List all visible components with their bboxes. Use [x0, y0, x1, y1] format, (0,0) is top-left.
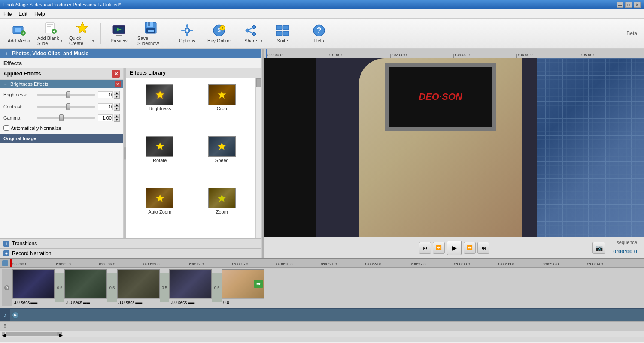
contrast-spin-up[interactable]: ▲: [114, 103, 120, 107]
preview-ruler: 0:00:00.0 0:01:00.0 0:02:00.0 0:03:00.0 …: [264, 49, 644, 58]
narration-label: Record Narration: [12, 250, 51, 256]
suite-label: Suite: [277, 38, 288, 43]
photos-section[interactable]: + Photos, Video Clips, and Music: [0, 49, 261, 58]
slide-3-menu-icon[interactable]: ▬▬: [135, 301, 142, 304]
sequence-label: sequence: [617, 240, 637, 245]
slide-1-thumbnail: [12, 269, 55, 298]
slide-1-img: [13, 270, 54, 298]
save-slideshow-icon: [144, 21, 158, 35]
brightness-value[interactable]: [98, 91, 113, 98]
brightness-slider-thumb[interactable]: [66, 91, 70, 98]
slide-4[interactable]: 3.0 secs ▬▬: [169, 269, 212, 306]
scroll-thumb[interactable]: [6, 332, 58, 336]
svg-rect-21: [186, 24, 188, 28]
ruler-mark-2: 0:02:00.0: [390, 53, 407, 57]
preview-dark-left: [264, 58, 316, 237]
effect-brightness[interactable]: ★ Brightness: [130, 81, 190, 132]
ruler-2: 0:00:06.0: [99, 262, 115, 266]
timeline-playhead[interactable]: [10, 259, 12, 267]
ruler-12: 0:00:36.0: [543, 262, 559, 266]
gamma-value[interactable]: [98, 114, 113, 121]
effect-brightness-name: Brightness: [149, 106, 171, 111]
slide-2[interactable]: 3.0 secs ▬▬: [64, 269, 107, 306]
preview-main-area: DEO·SON: [316, 58, 644, 237]
prev-chapter-button[interactable]: ⏮: [419, 242, 431, 254]
options-button[interactable]: Options: [172, 20, 203, 47]
menu-help[interactable]: Help: [34, 11, 45, 17]
timeline-scrollbar[interactable]: ◀ ▶: [0, 331, 644, 337]
titlebar: PhotoStage Slideshow Producer Profession…: [0, 0, 644, 9]
effect-rotate[interactable]: ★ Rotate: [130, 133, 190, 184]
minimize-button[interactable]: —: [617, 2, 623, 8]
gamma-spin-up[interactable]: ▲: [114, 114, 120, 118]
slide-3-img: [118, 270, 159, 298]
slide-2-menu-icon[interactable]: ▬▬: [83, 301, 90, 304]
close-button[interactable]: ✕: [634, 2, 641, 8]
contrast-spin-buttons[interactable]: ▲ ▼: [114, 103, 120, 111]
scrollbar-thumb[interactable]: [256, 78, 261, 87]
brightness-control: Brightness: ▲ ▼: [0, 88, 123, 101]
slide-track-settings-icon[interactable]: ⚙: [4, 285, 9, 290]
maximize-button[interactable]: □: [625, 2, 632, 8]
svg-line-33: [249, 31, 253, 33]
gamma-slider-container: [34, 117, 98, 119]
slide-4-menu-icon[interactable]: ▬▬: [188, 301, 194, 304]
ruler-mark-0: 0:00:00.0: [266, 53, 283, 57]
slide-1-menu-icon[interactable]: ▬▬: [30, 301, 37, 304]
applied-effects-close-icon[interactable]: ✕: [112, 70, 120, 78]
slide-3[interactable]: 3.0 secs ▬▬: [117, 269, 160, 306]
buy-online-button[interactable]: $ ! Buy Online: [204, 20, 234, 47]
playhead[interactable]: [266, 49, 267, 58]
slide-track[interactable]: ⚙ 3.0 secs ▬▬ 0.5 3.0 secs ▬▬: [0, 268, 644, 308]
screenshot-button[interactable]: 📷: [592, 242, 605, 254]
add-track-button[interactable]: +: [2, 260, 8, 266]
brightness-spin-up[interactable]: ▲: [114, 91, 120, 95]
fast-forward-button[interactable]: ⏩: [464, 242, 476, 254]
add-media-button[interactable]: + Add Media: [3, 20, 34, 47]
record-narration-section[interactable]: + Record Narration: [0, 248, 261, 258]
preview-button[interactable]: Preview: [103, 20, 134, 47]
contrast-value[interactable]: [98, 103, 113, 110]
slide-1[interactable]: 3.0 secs ▬▬: [12, 269, 55, 306]
photos-label: Photos, Video Clips, and Music: [12, 51, 88, 57]
effect-auto-zoom[interactable]: ★ Auto Zoom: [130, 185, 190, 235]
titlebar-buttons[interactable]: — □ ✕: [617, 2, 641, 8]
audio-track-icon: ♪: [0, 309, 10, 321]
help-button[interactable]: ? Help: [304, 20, 334, 47]
effects-library-title: Effects Library: [130, 70, 166, 76]
brightness-slider-track: [37, 94, 95, 96]
effects-library-scrollbar[interactable]: [255, 78, 261, 238]
audio-playhead-button[interactable]: ▶: [12, 312, 19, 319]
effect-zoom[interactable]: ★ Zoom: [192, 185, 252, 235]
menu-edit[interactable]: Edit: [18, 11, 27, 17]
preview-plaid-overlay: [537, 58, 644, 237]
quick-create-button[interactable]: Quick Create: [67, 20, 98, 47]
brightness-collapse-icon[interactable]: −: [3, 81, 9, 87]
gamma-slider-thumb[interactable]: [59, 114, 64, 121]
save-slideshow-button[interactable]: Save Slideshow: [135, 20, 166, 47]
brightness-effects-close-icon[interactable]: ✕: [115, 81, 121, 87]
slide-5[interactable]: ➡ 0.0: [222, 269, 264, 306]
suite-button[interactable]: Suite: [267, 20, 298, 47]
transitions-section[interactable]: + Transitions: [0, 238, 261, 248]
share-button[interactable]: Share: [235, 20, 266, 47]
add-blank-slide-button[interactable]: + Add Blank Slide: [35, 20, 66, 47]
effect-crop[interactable]: ★ Crop: [192, 81, 252, 132]
contrast-slider-thumb[interactable]: [66, 103, 70, 110]
brightness-spin-buttons[interactable]: ▲ ▼: [114, 91, 120, 99]
gamma-spin-buttons[interactable]: ▲ ▼: [114, 114, 120, 122]
contrast-spin-down[interactable]: ▼: [114, 107, 120, 111]
scroll-left-button[interactable]: ◀: [2, 332, 5, 336]
play-button[interactable]: ▶: [447, 241, 462, 255]
options-label: Options: [179, 38, 195, 43]
menu-file[interactable]: File: [3, 11, 12, 17]
effect-speed[interactable]: ★ Speed: [192, 133, 252, 184]
gamma-spin-down[interactable]: ▼: [114, 118, 120, 122]
next-chapter-button[interactable]: ⏭: [477, 242, 489, 254]
auto-normalize-checkbox[interactable]: [3, 125, 9, 131]
svg-rect-34: [276, 25, 282, 30]
effect-brightness-thumbnail: ★: [146, 84, 173, 105]
rewind-button[interactable]: ⏪: [433, 242, 445, 254]
scroll-right-button[interactable]: ▶: [58, 332, 62, 336]
brightness-spin-down[interactable]: ▼: [114, 95, 120, 99]
